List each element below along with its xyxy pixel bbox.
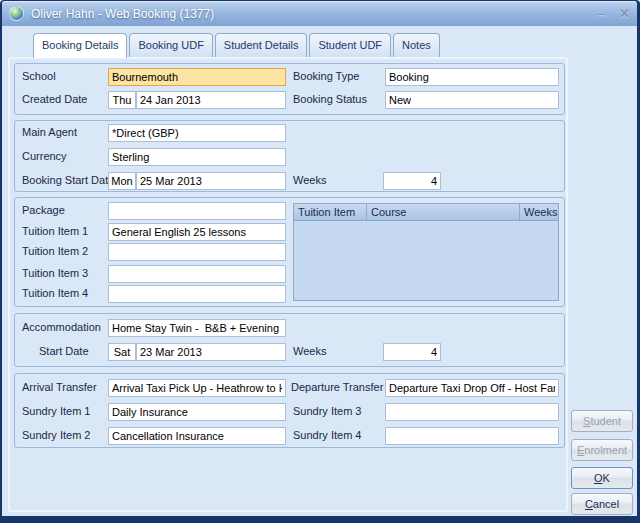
tab-notes[interactable]: Notes: [393, 33, 440, 57]
tab-page-booking-details: School Created Date Booking Type Booking…: [8, 57, 568, 512]
arrival-transfer-input[interactable]: [108, 379, 286, 397]
currency-label: Currency: [22, 150, 67, 163]
school-input[interactable]: [108, 68, 286, 86]
booking-type-input[interactable]: [385, 68, 559, 86]
created-date-day-box[interactable]: [108, 91, 136, 109]
groupbox-agent: Main Agent Currency Booking Start Date W…: [14, 120, 565, 192]
tab-booking-udf[interactable]: Booking UDF: [129, 33, 212, 57]
package-label: Package: [22, 204, 65, 217]
booking-type-label: Booking Type: [293, 70, 359, 83]
tab-strip: Booking Details Booking UDF Student Deta…: [33, 33, 440, 57]
groupbox-general: School Created Date Booking Type Booking…: [14, 63, 565, 115]
tuition-table-col-tuition-item[interactable]: Tuition Item: [294, 204, 367, 220]
tab-booking-details[interactable]: Booking Details: [33, 33, 127, 58]
tuition-item-4-input[interactable]: [108, 285, 286, 303]
tab-student-udf[interactable]: Student UDF: [309, 33, 391, 57]
tuition-item-2-input[interactable]: [108, 243, 286, 261]
dialog-window: Oliver Hahn - Web Booking (1377) – ✕ Boo…: [0, 0, 640, 523]
booking-status-input[interactable]: [385, 91, 559, 109]
school-label: School: [22, 70, 56, 83]
sundry-item-1-label: Sundry Item 1: [22, 405, 90, 418]
ok-button[interactable]: OK: [571, 467, 633, 489]
groupbox-tuition: Package Tuition Item 1 Tuition Item 2 Tu…: [14, 197, 565, 307]
currency-input[interactable]: [108, 148, 286, 166]
title-bar: Oliver Hahn - Web Booking (1377) – ✕: [2, 1, 637, 26]
accommodation-start-date-label: Start Date: [39, 345, 89, 358]
tuition-table[interactable]: Tuition Item Course Weeks: [293, 203, 559, 301]
tuition-table-col-weeks[interactable]: Weeks: [520, 204, 558, 220]
main-agent-input[interactable]: [108, 124, 286, 142]
student-button[interactable]: Student: [571, 410, 633, 432]
booking-weeks-input[interactable]: [383, 172, 441, 190]
tuition-table-col-course[interactable]: Course: [367, 204, 520, 220]
tuition-item-3-label: Tuition Item 3: [22, 267, 88, 280]
booking-start-date-label: Booking Start Date: [22, 174, 114, 187]
tuition-item-4-label: Tuition Item 4: [22, 287, 88, 300]
sundry-item-1-input[interactable]: [108, 403, 286, 421]
dialog-body: Booking Details Booking UDF Student Deta…: [2, 26, 637, 516]
enrolment-button[interactable]: Enrolment: [571, 439, 633, 461]
accommodation-start-day-box[interactable]: [108, 343, 136, 361]
tuition-item-2-label: Tuition Item 2: [22, 245, 88, 258]
sundry-item-3-input[interactable]: [385, 403, 559, 421]
sundry-item-2-input[interactable]: [108, 427, 286, 445]
departure-transfer-input[interactable]: [385, 379, 559, 397]
cancel-button[interactable]: Cancel: [571, 493, 633, 515]
sundry-item-4-input[interactable]: [385, 427, 559, 445]
accommodation-weeks-label: Weeks: [293, 345, 326, 358]
arrival-transfer-label: Arrival Transfer: [22, 381, 97, 394]
groupbox-transfers: Arrival Transfer Departure Transfer Sund…: [14, 373, 565, 448]
booking-weeks-label: Weeks: [293, 174, 326, 187]
package-input[interactable]: [108, 202, 286, 220]
booking-start-date-input[interactable]: [136, 172, 286, 190]
tuition-table-body[interactable]: [294, 221, 558, 300]
sundry-item-3-label: Sundry Item 3: [293, 405, 361, 418]
tuition-table-header: Tuition Item Course Weeks: [294, 204, 558, 221]
booking-status-label: Booking Status: [293, 93, 367, 106]
window-title: Oliver Hahn - Web Booking (1377): [31, 7, 584, 21]
accommodation-label: Accommodation: [22, 321, 101, 334]
app-globe-icon[interactable]: [9, 6, 24, 21]
accommodation-weeks-input[interactable]: [383, 343, 441, 361]
tab-student-details[interactable]: Student Details: [215, 33, 308, 57]
main-agent-label: Main Agent: [22, 126, 77, 139]
booking-start-day-box[interactable]: [108, 172, 136, 190]
sundry-item-2-label: Sundry Item 2: [22, 429, 90, 442]
tuition-item-1-label: Tuition Item 1: [22, 225, 88, 238]
close-button[interactable]: ✕: [619, 7, 630, 20]
departure-transfer-label: Departure Transfer: [291, 381, 383, 394]
sundry-item-4-label: Sundry Item 4: [293, 429, 361, 442]
accommodation-start-date-input[interactable]: [136, 343, 286, 361]
accommodation-input[interactable]: [108, 319, 286, 337]
groupbox-accommodation: Accommodation Start Date Weeks: [14, 313, 565, 367]
created-date-input[interactable]: [136, 91, 286, 109]
tuition-item-1-input[interactable]: [108, 223, 286, 241]
minimize-button[interactable]: –: [598, 7, 605, 20]
tuition-item-3-input[interactable]: [108, 265, 286, 283]
created-date-label: Created Date: [22, 93, 87, 106]
